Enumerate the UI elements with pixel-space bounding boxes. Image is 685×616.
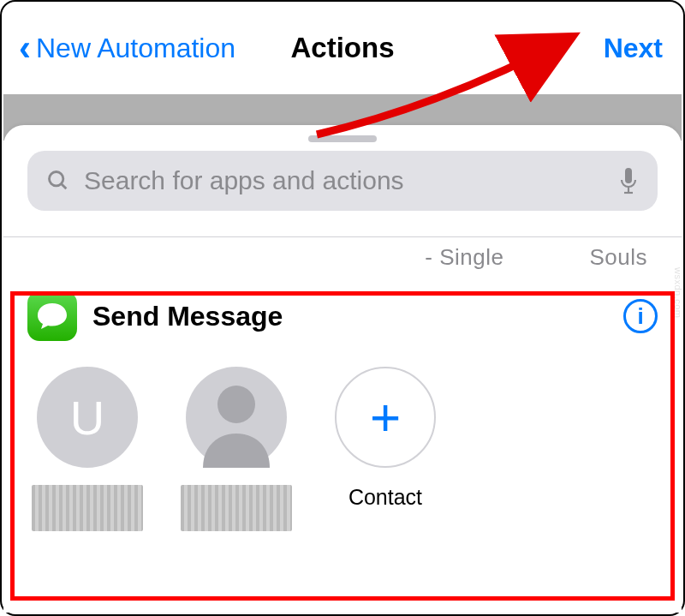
scroll-peek: - Single Souls xyxy=(3,237,682,271)
chevron-left-icon: ‹ xyxy=(19,30,31,66)
sheet-handle[interactable] xyxy=(308,135,377,142)
annotation-highlight-box xyxy=(10,291,675,601)
peek-text-left: - Single xyxy=(425,244,503,271)
back-button[interactable]: ‹ New Automation xyxy=(19,30,235,66)
search-placeholder: Search for apps and actions xyxy=(84,166,605,195)
peek-text-right: Souls xyxy=(589,244,647,271)
search-field[interactable]: Search for apps and actions xyxy=(27,151,658,211)
svg-point-0 xyxy=(50,172,63,186)
svg-line-1 xyxy=(62,184,67,189)
search-icon xyxy=(46,169,70,193)
mic-icon[interactable] xyxy=(618,166,639,195)
watermark: wsxdn.com xyxy=(673,267,683,319)
svg-rect-2 xyxy=(625,168,632,183)
back-label: New Automation xyxy=(36,33,235,64)
next-button[interactable]: Next xyxy=(604,33,663,64)
